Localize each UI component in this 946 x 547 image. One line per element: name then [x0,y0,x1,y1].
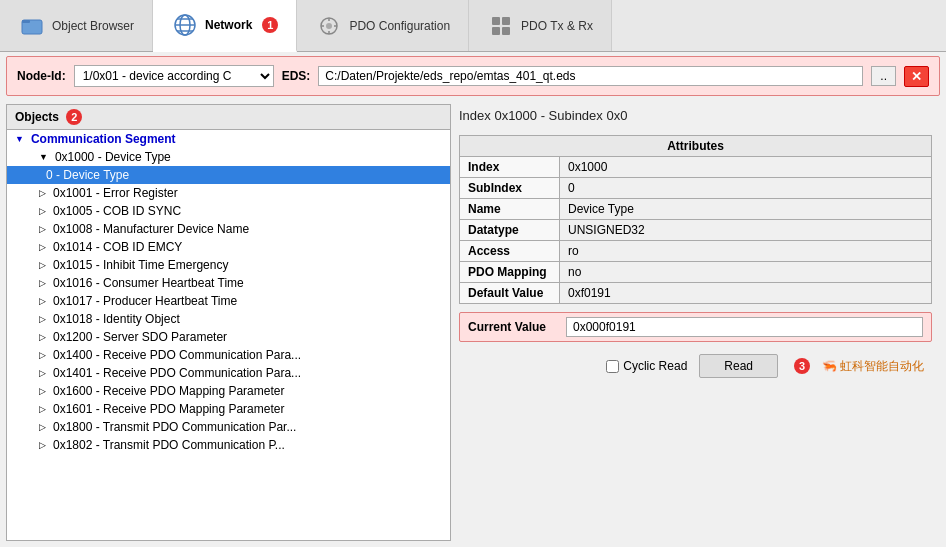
tab-network[interactable]: Network 1 [153,0,297,52]
bottom-bar: Cyclic Read Read 3 🦐 虹科智能自动化 [459,350,932,378]
grid-icon [487,12,515,40]
tree-item[interactable]: 0 - Device Type [7,166,450,184]
tree-item-label: 0x1001 - Error Register [53,186,178,200]
attribute-label: Default Value [460,283,560,304]
browse-button[interactable]: .. [871,66,896,86]
tree-expand-icon: ▷ [39,332,46,342]
tree-expand-icon: ▷ [39,224,46,234]
tree-item[interactable]: ▼Communication Segment [7,130,450,148]
tree-expand-icon: ▷ [39,260,46,270]
tree-item[interactable]: ▷0x1400 - Receive PDO Communication Para… [7,346,450,364]
objects-badge: 2 [66,109,82,125]
tree-expand-icon: ▼ [15,134,24,144]
main-content: Objects 2 ▼Communication Segment▼0x1000 … [0,100,946,545]
tree-item[interactable]: ▷0x1601 - Receive PDO Mapping Parameter [7,400,450,418]
tree-item-label: 0x1200 - Server SDO Parameter [53,330,227,344]
current-value-section: Current Value 0x000f0191 [459,312,932,342]
tree-item[interactable]: ▷0x1016 - Consumer Heartbeat Time [7,274,450,292]
tree-item-label: 0x1014 - COB ID EMCY [53,240,182,254]
attributes-table: Attributes Index0x1000SubIndex0NameDevic… [459,135,932,304]
attributes-header-row: Attributes [460,136,932,157]
tree-item-label: 0x1017 - Producer Heartbeat Time [53,294,237,308]
attribute-row: PDO Mappingno [460,262,932,283]
tree-expand-icon: ▷ [39,188,46,198]
tree-item-label: Communication Segment [31,132,176,146]
svg-rect-1 [22,20,30,23]
watermark-icon: 🦐 [822,359,837,373]
objects-panel: Objects 2 ▼Communication Segment▼0x1000 … [6,104,451,541]
attribute-value: Device Type [560,199,932,220]
tree-item[interactable]: ▷0x1200 - Server SDO Parameter [7,328,450,346]
tab-object-browser[interactable]: Object Browser [0,0,153,51]
tree-expand-icon: ▷ [39,368,46,378]
tree-item-label: 0x1005 - COB ID SYNC [53,204,181,218]
tree-item[interactable]: ▷0x1005 - COB ID SYNC [7,202,450,220]
attribute-value: no [560,262,932,283]
tree-item-label: 0x1008 - Manufacturer Device Name [53,222,249,236]
attribute-value: 0xf0191 [560,283,932,304]
tree-expand-icon: ▷ [39,206,46,216]
tree-item-label: 0x1600 - Receive PDO Mapping Parameter [53,384,284,398]
attribute-value: ro [560,241,932,262]
svg-rect-15 [492,27,500,35]
toolbar: Node-Id: 1/0x01 - device according C EDS… [6,56,940,96]
pdo-config-icon [315,12,343,40]
tab-object-browser-label: Object Browser [52,19,134,33]
svg-rect-14 [502,17,510,25]
tree-container: ▼Communication Segment▼0x1000 - Device T… [7,130,450,454]
tree-item[interactable]: ▼0x1000 - Device Type [7,148,450,166]
tree-item[interactable]: ▷0x1600 - Receive PDO Mapping Parameter [7,382,450,400]
close-button[interactable]: ✕ [904,66,929,87]
tree-item-label: 0x1400 - Receive PDO Communication Para.… [53,348,301,362]
attribute-label: Datatype [460,220,560,241]
cyclic-read-checkbox[interactable] [606,360,619,373]
tree-item-label: 0x1401 - Receive PDO Communication Para.… [53,366,301,380]
tab-pdo-config[interactable]: PDO Configuration [297,0,469,51]
attribute-label: Access [460,241,560,262]
tree-item-label: 0 - Device Type [46,168,129,182]
tab-bar: Object Browser Network 1 PDO Configurati… [0,0,946,52]
eds-path-input[interactable] [318,66,863,86]
network-icon [171,11,199,39]
tree-item-label: 0x1601 - Receive PDO Mapping Parameter [53,402,284,416]
node-id-label: Node-Id: [17,69,66,83]
tab-pdo-txrx[interactable]: PDO Tx & Rx [469,0,612,51]
tree-expand-icon: ▷ [39,440,46,450]
tree-item[interactable]: ▷0x1015 - Inhibit Time Emergency [7,256,450,274]
tree-expand-icon: ▷ [39,296,46,306]
network-badge: 1 [262,17,278,33]
tree-item[interactable]: ▷0x1401 - Receive PDO Communication Para… [7,364,450,382]
tree-expand-icon: ▷ [39,404,46,414]
tab-network-label: Network [205,18,252,32]
node-id-select[interactable]: 1/0x01 - device according C [74,65,274,87]
tree-item[interactable]: ▷0x1008 - Manufacturer Device Name [7,220,450,238]
svg-rect-13 [492,17,500,25]
tree-item[interactable]: ▷0x1001 - Error Register [7,184,450,202]
read-badge: 3 [794,358,810,374]
attribute-row: Default Value0xf0191 [460,283,932,304]
svg-rect-16 [502,27,510,35]
tree-item-label: 0x1015 - Inhibit Time Emergency [53,258,228,272]
tree-item-label: 0x1800 - Transmit PDO Communication Par.… [53,420,296,434]
tree-item[interactable]: ▷0x1800 - Transmit PDO Communication Par… [7,418,450,436]
tree-expand-icon: ▷ [39,350,46,360]
tree-item[interactable]: ▷0x1017 - Producer Heartbeat Time [7,292,450,310]
tree-item-label: 0x1018 - Identity Object [53,312,180,326]
attribute-value: 0x1000 [560,157,932,178]
tree-expand-icon: ▷ [39,386,46,396]
attribute-label: SubIndex [460,178,560,199]
tree-expand-icon: ▷ [39,422,46,432]
attributes-header: Attributes [460,136,932,157]
svg-point-8 [326,23,332,29]
folder-icon [18,12,46,40]
tree-item-label: 0x1016 - Consumer Heartbeat Time [53,276,244,290]
tree-expand-icon: ▼ [39,152,48,162]
read-button[interactable]: Read [699,354,778,378]
watermark: 🦐 虹科智能自动化 [822,358,924,375]
attribute-row: Index0x1000 [460,157,932,178]
tree-item[interactable]: ▷0x1802 - Transmit PDO Communication P..… [7,436,450,454]
attribute-value: UNSIGNED32 [560,220,932,241]
tree-item[interactable]: ▷0x1014 - COB ID EMCY [7,238,450,256]
tree-item[interactable]: ▷0x1018 - Identity Object [7,310,450,328]
eds-label: EDS: [282,69,311,83]
